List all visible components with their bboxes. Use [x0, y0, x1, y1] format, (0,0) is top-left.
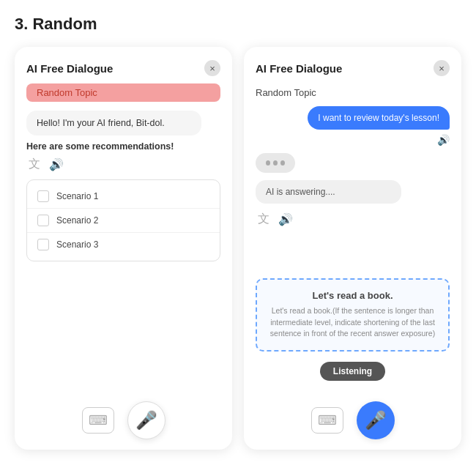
typing-indicator [256, 153, 450, 177]
page-title: 3. Random [15, 15, 461, 34]
panel-1-close-button[interactable]: × [204, 60, 220, 76]
user-message-group: I want to review today's lesson! 🔊 [256, 106, 450, 150]
typing-bubble [256, 153, 295, 173]
scenario-3-label: Scenario 3 [56, 239, 98, 250]
panel-2-bottom-bar: ⌨ 🎤 [256, 395, 450, 439]
panel-2-keyboard-button[interactable]: ⌨ [311, 407, 343, 434]
panel-2-translate-icon[interactable]: 文 [256, 211, 272, 227]
user-message-bubble: I want to review today's lesson! [308, 106, 450, 130]
panel-2-close-button[interactable]: × [434, 60, 450, 76]
user-sound-icon[interactable]: 🔊 [437, 134, 450, 146]
ai-answering-bubble: AI is answering.... [256, 180, 401, 204]
lets-read-title: Let's read a book. [269, 290, 436, 301]
scenario-1-item[interactable]: Scenario 1 [27, 185, 220, 209]
panel-2-mic-button[interactable]: 🎤 [357, 401, 395, 439]
dot-2 [273, 160, 278, 166]
lets-read-desc: Let's read a book.(If the sentence is lo… [269, 305, 436, 340]
panel-1: AI Free Dialogue × Random Topic Hello! I… [15, 47, 232, 450]
panel-1-keyboard-button[interactable]: ⌨ [82, 407, 114, 434]
panel-2-topic-badge: Random Topic [256, 83, 450, 102]
panel-2-sound-icon[interactable]: 🔊 [278, 211, 294, 227]
panel-2-icon-row: 文 🔊 [256, 211, 450, 227]
panel-1-bottom-bar: ⌨ 🎤 [26, 395, 220, 439]
panel-1-title: AI Free Dialogue [26, 62, 113, 75]
panels-row: AI Free Dialogue × Random Topic Hello! I… [15, 47, 461, 450]
panel-1-icon-row: 文 🔊 [26, 156, 220, 172]
lets-read-box: Let's read a book. Let's read a book.(If… [256, 278, 450, 352]
dot-1 [266, 160, 270, 166]
scenario-1-checkbox[interactable] [37, 190, 49, 202]
scenario-1-label: Scenario 1 [56, 191, 98, 201]
panel-2-title: AI Free Dialogue [256, 62, 342, 75]
scenario-2-checkbox[interactable] [37, 215, 49, 226]
panel-1-bot-message: Hello! I'm your AI friend, Bit-dol. [26, 111, 201, 135]
panel-1-header: AI Free Dialogue × [26, 60, 220, 76]
scenario-2-item[interactable]: Scenario 2 [27, 209, 220, 233]
listening-badge-container: Listening [256, 362, 450, 390]
translate-icon[interactable]: 文 [26, 156, 42, 172]
panel-1-recommendations-label: Here are some recommendations! [26, 141, 220, 152]
dot-3 [280, 160, 285, 166]
panel-1-mic-button[interactable]: 🎤 [127, 401, 166, 439]
panel-2-header: AI Free Dialogue × [256, 60, 450, 76]
panel-1-topic-badge: Random Topic [26, 83, 220, 102]
scenarios-box: Scenario 1 Scenario 2 Scenario 3 [26, 179, 220, 261]
scenario-2-label: Scenario 2 [56, 215, 98, 226]
scenario-3-checkbox[interactable] [37, 239, 49, 250]
listening-badge: Listening [320, 362, 385, 381]
panel-2: AI Free Dialogue × Random Topic I want t… [244, 47, 461, 450]
chat-messages: I want to review today's lesson! 🔊 AI is… [256, 106, 450, 271]
scenario-3-item[interactable]: Scenario 3 [27, 233, 220, 256]
sound-icon[interactable]: 🔊 [48, 156, 64, 172]
